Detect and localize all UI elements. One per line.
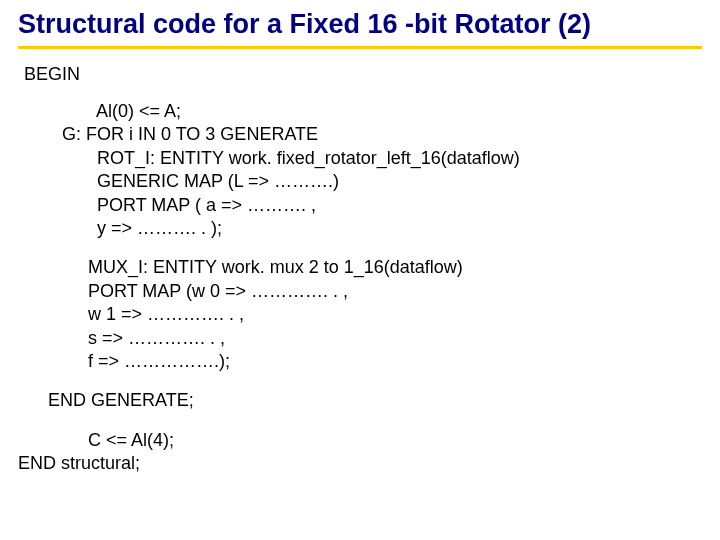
code-line: GENERIC MAP (L => ……….) <box>62 170 702 193</box>
code-line: y => ………. . ); <box>62 217 702 240</box>
code-line: PORT MAP (w 0 => …………. . , <box>88 280 702 303</box>
end-generate: END GENERATE; <box>48 389 702 412</box>
code-line: Al(0) <= A; <box>62 100 702 123</box>
generate-block: Al(0) <= A; G: FOR i IN 0 TO 3 GENERATE … <box>62 100 702 240</box>
slide-title: Structural code for a Fixed 16 -bit Rota… <box>18 10 702 49</box>
begin-keyword: BEGIN <box>24 63 702 86</box>
code-line: f => …………….); <box>88 350 702 373</box>
code-line: G: FOR i IN 0 TO 3 GENERATE <box>62 123 702 146</box>
code-line: MUX_I: ENTITY work. mux 2 to 1_16(datafl… <box>88 256 702 279</box>
code-line: w 1 => …………. . , <box>88 303 702 326</box>
slide-container: Structural code for a Fixed 16 -bit Rota… <box>0 0 720 540</box>
code-line: C <= Al(4); <box>88 429 702 452</box>
code-line: ROT_I: ENTITY work. fixed_rotator_left_1… <box>62 147 702 170</box>
code-line: s => …………. . , <box>88 327 702 350</box>
mux-block: MUX_I: ENTITY work. mux 2 to 1_16(datafl… <box>88 256 702 373</box>
code-body: BEGIN Al(0) <= A; G: FOR i IN 0 TO 3 GEN… <box>18 63 702 476</box>
code-line: PORT MAP ( a => ………. , <box>62 194 702 217</box>
code-line: END structural; <box>18 452 702 475</box>
tail-block: C <= Al(4); END structural; <box>18 429 702 476</box>
